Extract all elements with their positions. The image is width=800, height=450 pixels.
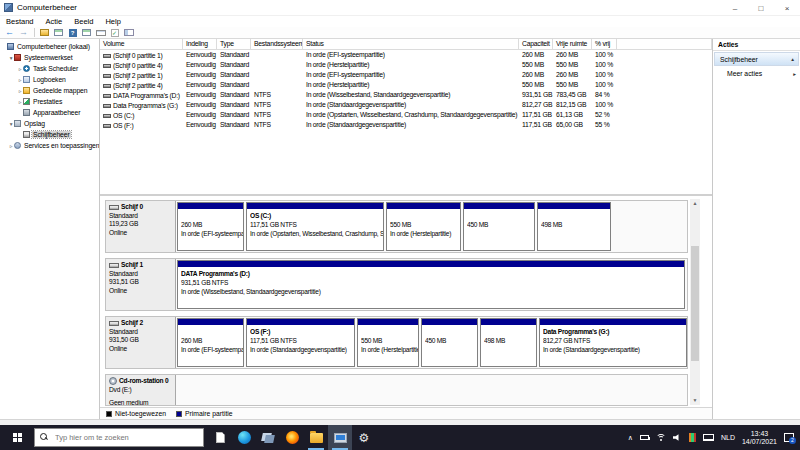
scroll-up-icon[interactable]: ▲: [690, 199, 700, 208]
actions-section-schijfbeheer[interactable]: Schijfbeheer ▴: [714, 52, 799, 66]
window-view-button[interactable]: [80, 28, 93, 38]
back-button[interactable]: ←: [3, 28, 16, 38]
volume-row[interactable]: (Schijf 0 partitie 1) Eenvoudig Standaar…: [100, 50, 712, 60]
action-pane-button[interactable]: [94, 28, 107, 38]
menu-item[interactable]: Beeld: [68, 17, 99, 26]
partition[interactable]: 450 MB: [421, 318, 478, 367]
partition[interactable]: 550 MB In orde (Herstelpartitie): [386, 202, 461, 251]
tree-item[interactable]: ▹ Prestaties: [0, 96, 99, 107]
menu-item[interactable]: Help: [99, 17, 126, 26]
partition[interactable]: 450 MB: [463, 202, 535, 251]
tree-item[interactable]: ▹ Gedeelde mappen: [0, 85, 99, 96]
partition[interactable]: 550 MB In orde (Herstelpartitie): [357, 318, 419, 367]
cdrom-label[interactable]: Cd-rom-station 0 Dvd (E:) Geen medium: [106, 375, 176, 405]
tree-item[interactable]: ▾ Opslag: [0, 118, 99, 129]
menu-item[interactable]: Actie: [40, 17, 69, 26]
partition[interactable]: 498 MB: [480, 318, 537, 367]
disk-panel-scrollbar[interactable]: ▲ ▼: [690, 199, 700, 405]
taskbar-item-computer-management[interactable]: [328, 425, 352, 450]
properties-button[interactable]: ✓: [108, 28, 121, 38]
col-header-pct-vrij[interactable]: % vrij: [592, 39, 617, 50]
tree-item[interactable]: Schijfbeheer: [0, 129, 99, 140]
tree-item[interactable]: Computerbeheer (lokaal): [0, 41, 99, 52]
col-header-type[interactable]: Type: [217, 39, 251, 50]
search-input[interactable]: [53, 432, 193, 443]
wifi-icon[interactable]: [656, 434, 666, 442]
disk-label[interactable]: Schijf 2 Standaard 931,50 GB Online: [106, 317, 176, 368]
volume-indeling: Eenvoudig: [183, 100, 217, 110]
taskbar-item-file-explorer[interactable]: [304, 425, 328, 450]
partition[interactable]: Data Programma's (G:) 812,27 GB NTFS In …: [539, 318, 687, 367]
tree-item[interactable]: ▾ Systeemwerkset: [0, 52, 99, 63]
tree-item[interactable]: ▹ Services en toepassingen: [0, 140, 99, 151]
volume-row[interactable]: OS (C:) Eenvoudig Standaard NTFS In orde…: [100, 110, 712, 120]
console-tree: Computerbeheer (lokaal) ▾ Systeemwerkset…: [0, 39, 100, 419]
taskbar-item-edge[interactable]: [232, 425, 256, 450]
volume-row[interactable]: DATA Programma's (D:) Eenvoudig Standaar…: [100, 90, 712, 100]
volume-drive-icon: [103, 124, 111, 128]
col-header-status[interactable]: Status: [303, 39, 519, 50]
show-console-tree-button[interactable]: [52, 28, 65, 38]
partition[interactable]: 260 MB In orde (EFI-systeempartitie): [177, 318, 244, 367]
layout-button[interactable]: [122, 28, 135, 38]
disk-label[interactable]: Schijf 1 Standaard 931,51 GB Online: [106, 259, 176, 310]
volume-row[interactable]: Data Programma's (G:) Eenvoudig Standaar…: [100, 100, 712, 110]
volume-capaciteit: 931,51 GB: [519, 90, 553, 100]
keyboard-icon[interactable]: [703, 434, 714, 441]
taskbar-item-window-stack[interactable]: [256, 425, 280, 450]
taskbar-item-settings[interactable]: ⚙: [352, 425, 376, 450]
close-button[interactable]: ×: [774, 0, 800, 16]
taskbar-item-notepad[interactable]: [208, 425, 232, 450]
collapse-icon[interactable]: ▴: [791, 56, 794, 62]
tree-item[interactable]: Apparaatbeheer: [0, 107, 99, 118]
partition[interactable]: OS (C:) 117,51 GB NTFS In orde (Opstarte…: [246, 202, 384, 251]
partition-name: [181, 327, 243, 336]
tree-item[interactable]: ▹ Task Scheduler: [0, 63, 99, 74]
tray-expand-icon[interactable]: ∧: [628, 434, 633, 442]
hard-disk-icon: [109, 205, 119, 210]
col-header-volume[interactable]: Volume: [100, 39, 183, 50]
taskbar-clock[interactable]: 13:43 14/07/2021: [742, 430, 777, 446]
minimize-button[interactable]: –: [722, 0, 748, 16]
volume-row[interactable]: (Schijf 0 partitie 4) Eenvoudig Standaar…: [100, 60, 712, 70]
disk-name: Schijf 2: [121, 319, 143, 328]
taskbar-search[interactable]: [34, 428, 204, 447]
clock-icon: [23, 65, 30, 72]
start-button[interactable]: [0, 425, 34, 450]
app-indicator-icon[interactable]: [689, 433, 696, 442]
forward-button[interactable]: →: [17, 28, 30, 38]
volume-status: In orde (Standaardgegevenspartitie): [303, 100, 519, 110]
partition-name: [541, 211, 610, 220]
notification-center-icon[interactable]: 2: [784, 433, 794, 442]
partition[interactable]: 498 MB: [537, 202, 611, 251]
tree-item[interactable]: ▹ Logboeken: [0, 74, 99, 85]
partition-size: 260 MB: [181, 336, 243, 345]
volume-row[interactable]: OS (F:) Eenvoudig Standaard NTFS In orde…: [100, 120, 712, 130]
volume-type: Standaard: [217, 120, 251, 130]
partition[interactable]: DATA Programma's (D:) 931,51 GB NTFS In …: [177, 260, 685, 309]
col-header-indeling[interactable]: Indeling: [183, 39, 217, 50]
volume-row[interactable]: (Schijf 2 partitie 1) Eenvoudig Standaar…: [100, 70, 712, 80]
speaker-icon[interactable]: [673, 434, 682, 442]
battery-icon[interactable]: [640, 435, 649, 440]
volume-row[interactable]: (Schijf 2 partitie 4) Eenvoudig Standaar…: [100, 80, 712, 90]
scrollbar-thumb[interactable]: [691, 246, 699, 361]
more-actions-button[interactable]: Meer acties ▸: [713, 67, 800, 80]
partition[interactable]: 260 MB In orde (EFI-systeempartitie): [177, 202, 244, 251]
taskbar-item-firefox[interactable]: [280, 425, 304, 450]
partition-name: [390, 211, 460, 220]
language-indicator[interactable]: NLD: [721, 434, 735, 441]
up-level-button[interactable]: [38, 28, 51, 38]
disk-label[interactable]: Schijf 0 Standaard 119,23 GB Online: [106, 201, 176, 252]
help-button[interactable]: ?: [66, 28, 79, 38]
scroll-down-icon[interactable]: ▼: [690, 396, 700, 405]
col-header-vrije-ruimte[interactable]: Vrije ruimte: [553, 39, 592, 50]
partition[interactable]: OS (F:) 117,51 GB NTFS In orde (Standaar…: [246, 318, 355, 367]
volume-list-header: Volume Indeling Type Bestandssysteem Sta…: [100, 39, 712, 50]
disk-row-schijf2: Schijf 2 Standaard 931,50 GB Online 260 …: [105, 316, 688, 369]
popup-icon: [96, 30, 106, 36]
col-header-bestandssysteem[interactable]: Bestandssysteem: [251, 39, 303, 50]
maximize-button[interactable]: □: [748, 0, 774, 16]
col-header-capaciteit[interactable]: Capaciteit: [519, 39, 553, 50]
menu-item[interactable]: Bestand: [0, 17, 40, 26]
